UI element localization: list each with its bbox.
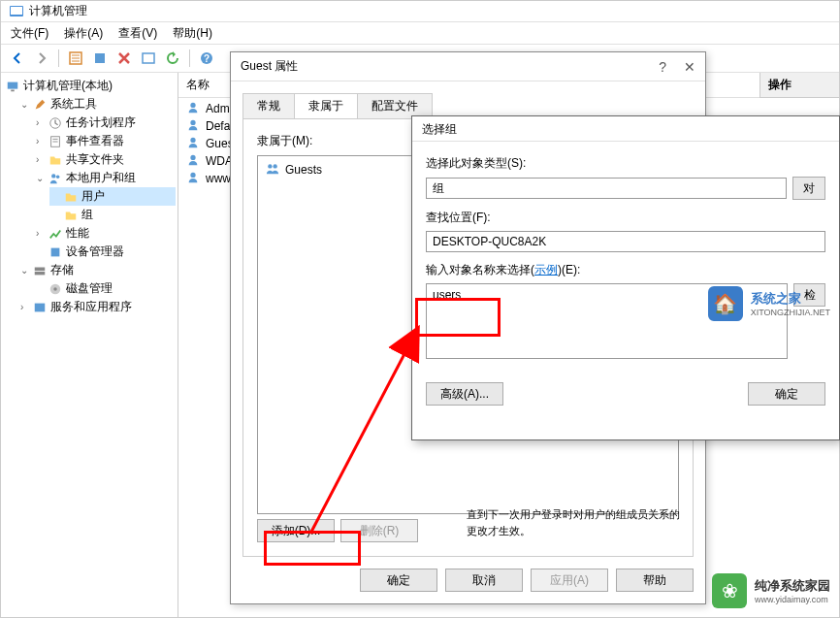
tree-disk-management[interactable]: 磁盘管理 [34, 279, 176, 298]
note-text: 直到下一次用户登录时对用户的组成员关系的更改才生效。 [467, 506, 680, 538]
computer-icon [5, 79, 20, 94]
tree-performance[interactable]: › 性能 [34, 224, 176, 243]
menu-view[interactable]: 查看(V) [114, 23, 161, 44]
svg-point-22 [53, 287, 57, 291]
tree-groups[interactable]: 组 [49, 206, 176, 224]
ok-button[interactable]: 确定 [748, 382, 825, 406]
help-icon[interactable]: ? [659, 59, 666, 75]
tree-task-scheduler[interactable]: › 任务计划程序 [34, 114, 176, 132]
close-icon[interactable]: ✕ [684, 59, 695, 75]
svg-point-30 [273, 164, 276, 168]
select-groups-dialog: 选择组 选择此对象类型(S): 对 查找位置(F): 输入对象名称来选择(示例)… [411, 115, 840, 440]
collapse-icon[interactable]: ⌄ [20, 99, 32, 110]
menu-help[interactable]: 帮助(H) [169, 23, 216, 44]
tree-label: 系统工具 [50, 96, 97, 113]
folder-icon [63, 189, 79, 205]
device-icon [48, 244, 63, 260]
expand-icon[interactable]: › [20, 302, 32, 312]
chart-icon [48, 226, 63, 242]
refresh-button[interactable] [162, 48, 183, 69]
svg-point-24 [190, 103, 195, 108]
svg-point-29 [268, 164, 272, 168]
dialog-title-bar: Guest 属性 ? ✕ [231, 52, 705, 81]
tree-label: 存储 [50, 262, 74, 278]
svg-rect-6 [95, 53, 105, 63]
user-icon [186, 171, 202, 186]
select-dialog-body: 选择此对象类型(S): 对 查找位置(F): 输入对象名称来选择(示例)(E):… [412, 142, 839, 382]
tree-label: 服务和应用程序 [50, 299, 132, 315]
properties-button[interactable] [65, 48, 86, 69]
help-button[interactable]: ? [196, 48, 217, 69]
object-names-input[interactable] [426, 283, 788, 359]
forward-button[interactable] [31, 48, 52, 69]
menu-action[interactable]: 操作(A) [60, 23, 107, 44]
tree-device-manager[interactable]: 设备管理器 [34, 243, 176, 261]
advanced-button[interactable]: 高级(A)... [426, 382, 503, 406]
tree-root[interactable]: 计算机管理(本地) [3, 77, 176, 95]
tab-general[interactable]: 常规 [242, 93, 295, 118]
tree-label: 共享文件夹 [66, 151, 124, 168]
stop-button[interactable] [89, 48, 111, 69]
tree-system-tools[interactable]: ⌄ 系统工具 [18, 95, 176, 114]
expand-icon[interactable]: › [36, 228, 48, 239]
tree-label: 磁盘管理 [66, 280, 113, 297]
export-button[interactable] [138, 48, 159, 69]
svg-point-26 [190, 138, 195, 143]
svg-rect-7 [143, 53, 154, 63]
example-link[interactable]: 示例 [534, 263, 558, 276]
expand-icon[interactable]: › [36, 117, 48, 128]
member-name: Guests [285, 163, 322, 177]
remove-button[interactable]: 删除(R) [340, 519, 418, 542]
user-icon [186, 153, 202, 169]
tree-users[interactable]: 用户 [49, 187, 176, 206]
add-button[interactable]: 添加(D)... [257, 519, 335, 542]
tab-member-of[interactable]: 隶属于 [294, 93, 358, 118]
dialog-footer: 确定 取消 应用(A) 帮助 [231, 557, 705, 603]
collapse-icon[interactable]: ⌄ [36, 173, 48, 183]
tree-local-users-groups[interactable]: ⌄ 本地用户和组 [34, 169, 176, 187]
object-type-input[interactable] [426, 178, 787, 199]
tree-label: 任务计划程序 [66, 114, 136, 131]
tree-shared-folders[interactable]: › 共享文件夹 [34, 150, 176, 169]
separator [58, 49, 59, 67]
user-icon [186, 136, 202, 151]
svg-text:?: ? [204, 53, 210, 64]
menu-bar: 文件(F) 操作(A) 查看(V) 帮助(H) [1, 22, 839, 44]
tree-storage[interactable]: ⌄ 存储 [18, 261, 176, 279]
disk-icon [48, 281, 63, 297]
expand-icon[interactable]: › [36, 154, 48, 165]
check-names-button[interactable]: 检 [793, 283, 825, 307]
user-icon [186, 101, 202, 116]
tree-label: 性能 [66, 225, 89, 242]
location-input[interactable] [426, 231, 825, 252]
object-type-label: 选择此对象类型(S): [426, 155, 825, 172]
menu-file[interactable]: 文件(F) [7, 23, 52, 44]
tree-label: 组 [81, 207, 93, 223]
user-icon [186, 118, 202, 134]
svg-rect-1 [11, 7, 22, 15]
title-bar: 计算机管理 [1, 1, 839, 22]
folder-icon [63, 208, 79, 223]
expand-icon[interactable]: › [36, 136, 48, 146]
tree-event-viewer[interactable]: › 事件查看器 [34, 132, 176, 150]
tree-label: 计算机管理(本地) [23, 78, 113, 94]
window-title: 计算机管理 [29, 3, 87, 19]
select-dialog-title: 选择组 [412, 116, 839, 142]
actions-header: 操作 [760, 73, 839, 98]
actions-panel: 操作 [759, 73, 839, 98]
object-types-button[interactable]: 对 [792, 177, 825, 200]
apply-button[interactable]: 应用(A) [531, 569, 608, 592]
tree-services-apps[interactable]: › 服务和应用程序 [18, 298, 176, 316]
tree-label: 事件查看器 [66, 133, 124, 149]
delete-button[interactable] [113, 48, 135, 69]
svg-rect-11 [11, 89, 15, 91]
tools-icon [32, 97, 48, 113]
group-icon [266, 162, 281, 178]
cancel-button[interactable]: 取消 [445, 569, 523, 592]
collapse-icon[interactable]: ⌄ [20, 265, 32, 276]
help-button[interactable]: 帮助 [616, 569, 694, 592]
back-button[interactable] [7, 48, 28, 69]
ok-button[interactable]: 确定 [360, 569, 437, 592]
users-icon [48, 171, 63, 186]
svg-point-28 [190, 173, 195, 178]
